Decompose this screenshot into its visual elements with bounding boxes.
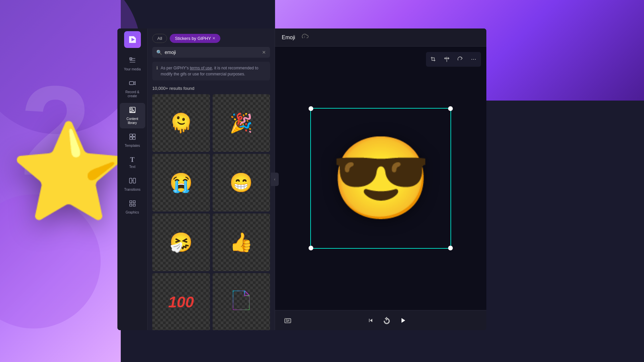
- svg-rect-10: [133, 178, 135, 183]
- sticker-100[interactable]: 100: [152, 273, 210, 330]
- sticker-grid: 🫠 🎉 😭 😁 🤧 👍 100: [148, 94, 275, 330]
- tab-close-icon[interactable]: ✕: [212, 36, 215, 41]
- rewind-to-start-button[interactable]: [365, 314, 377, 326]
- templates-icon: [129, 133, 136, 142]
- melting-face-emoji: 🫠: [169, 112, 193, 134]
- caption-toggle-button[interactable]: [282, 314, 294, 326]
- content-library-icon: [129, 106, 136, 116]
- resize-handle-tr[interactable]: [448, 106, 453, 111]
- playback-left-controls: [282, 314, 294, 326]
- giphy-notice: ℹ As per GIPHY's terms of use, it is not…: [152, 62, 270, 80]
- cloud-icon[interactable]: [301, 33, 309, 42]
- party-popper-emoji: 🎉: [229, 112, 253, 134]
- svg-rect-9: [129, 178, 131, 183]
- sneezing-face-emoji: 🤧: [169, 231, 193, 253]
- search-bar: 🔍 ✕: [152, 47, 270, 58]
- sidebar: Your media Record &create Content librar…: [117, 28, 148, 330]
- sidebar-item-content-library[interactable]: Content library: [120, 103, 145, 128]
- sidebar-item-text-label: Text: [129, 165, 135, 169]
- notice-icon: ℹ: [156, 65, 158, 70]
- sticker-melting[interactable]: 🫠: [152, 94, 210, 152]
- sidebar-item-graphics[interactable]: Graphics: [120, 196, 145, 218]
- flip-button[interactable]: [441, 53, 453, 65]
- preview-main-emoji: 😎: [331, 131, 431, 226]
- sidebar-item-record-create-label: Record &create: [125, 90, 140, 98]
- thumbs-up-emoji: 👍: [229, 231, 253, 253]
- sidebar-item-transitions[interactable]: Transitions: [120, 174, 145, 195]
- svg-point-15: [475, 59, 476, 60]
- collapse-panel-button[interactable]: ‹: [271, 173, 279, 186]
- resize-handle-bl[interactable]: [309, 246, 313, 250]
- record-create-icon: [129, 79, 136, 89]
- braces-smile-emoji: 😁: [229, 172, 253, 194]
- svg-point-14: [473, 59, 474, 60]
- file-emoji: [233, 291, 250, 313]
- your-media-icon: [129, 57, 136, 66]
- preview-panel: Emoji: [275, 28, 486, 330]
- transitions-icon: [129, 177, 136, 186]
- sidebar-item-record-create[interactable]: Record &create: [120, 76, 145, 102]
- app-logo[interactable]: [124, 31, 141, 48]
- preview-area: 😎: [275, 47, 486, 310]
- preview-toolbar: [426, 52, 481, 67]
- sticker-braces[interactable]: 😁: [213, 154, 270, 212]
- sidebar-item-content-library-label: Content library: [122, 117, 143, 125]
- resize-handle-tl[interactable]: [309, 106, 313, 111]
- svg-rect-2: [129, 81, 133, 84]
- tab-stickers-giphy[interactable]: Stickers by GIPHY ✕: [170, 34, 220, 43]
- sidebar-item-text[interactable]: T Text: [120, 153, 145, 172]
- sticker-crying[interactable]: 😭: [152, 154, 210, 212]
- svg-point-3: [130, 108, 132, 110]
- sidebar-item-templates[interactable]: Templates: [120, 130, 145, 151]
- sidebar-item-your-media[interactable]: Your media: [120, 53, 145, 75]
- playback-bar: 5: [275, 310, 486, 330]
- tab-all[interactable]: All: [152, 34, 167, 43]
- filter-tabs: All Stickers by GIPHY ✕: [148, 28, 275, 47]
- replay-5-button[interactable]: 5: [381, 314, 393, 326]
- content-panel: All Stickers by GIPHY ✕ 🔍 ✕ ℹ As per GIP…: [148, 28, 275, 330]
- search-icon: 🔍: [156, 50, 162, 55]
- svg-rect-7: [129, 137, 132, 139]
- more-options-button[interactable]: [468, 53, 480, 65]
- sidebar-item-transitions-label: Transitions: [124, 188, 141, 192]
- playback-center-controls: 5: [365, 314, 409, 326]
- svg-point-13: [472, 59, 472, 60]
- graphics-icon: [129, 200, 136, 209]
- svg-rect-8: [132, 137, 135, 139]
- sticker-party[interactable]: 🎉: [213, 94, 270, 152]
- collapse-icon: ‹: [274, 177, 275, 182]
- sticker-file[interactable]: [213, 273, 270, 330]
- rotate-button[interactable]: [454, 53, 466, 65]
- sidebar-item-graphics-label: Graphics: [125, 210, 139, 215]
- search-input[interactable]: [165, 50, 259, 55]
- notice-text: As per GIPHY's terms of use, it is not r…: [161, 65, 266, 77]
- resize-handle-br[interactable]: [448, 246, 453, 250]
- terms-link[interactable]: terms of use: [190, 66, 212, 70]
- crop-button[interactable]: [427, 53, 439, 65]
- app-container: Your media Record &create Content librar…: [117, 28, 486, 330]
- preview-title: Emoji: [282, 35, 295, 41]
- sidebar-item-templates-label: Templates: [125, 144, 140, 148]
- star-decoration: ⭐: [10, 117, 127, 227]
- sticker-sneeze[interactable]: 🤧: [152, 214, 210, 271]
- svg-rect-5: [129, 134, 132, 136]
- search-clear-button[interactable]: ✕: [262, 50, 266, 55]
- preview-header: Emoji: [275, 28, 486, 47]
- crying-face-emoji: 😭: [169, 172, 193, 194]
- text-icon: T: [130, 156, 135, 164]
- sticker-thumbsup[interactable]: 👍: [213, 214, 270, 271]
- sidebar-item-your-media-label: Your media: [124, 67, 141, 71]
- svg-rect-6: [132, 134, 135, 136]
- results-count: 10,000+ results found: [148, 84, 275, 94]
- play-button[interactable]: [397, 314, 409, 326]
- 100-text-sticker: 100: [168, 293, 194, 311]
